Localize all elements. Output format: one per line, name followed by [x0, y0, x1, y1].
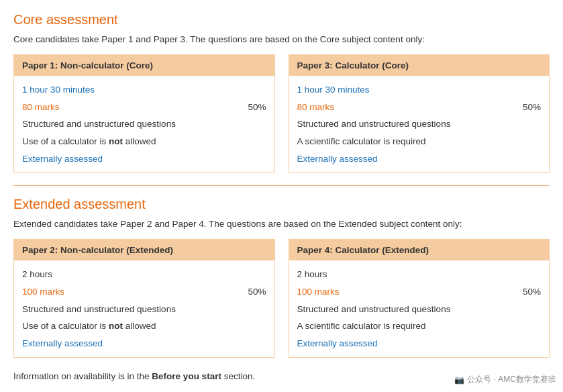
paper4-qtype: Structured and unstructured questions: [297, 302, 451, 317]
paper4-calculator-row: A scientific calculator is required: [297, 319, 542, 334]
paper2-duration: 2 hours: [22, 267, 52, 282]
paper1-card: Paper 1: Non-calculator (Core) 1 hour 30…: [13, 54, 275, 173]
paper2-assessment-row: Externally assessed: [22, 336, 266, 351]
paper3-qtype-row: Structured and unstructured questions: [297, 117, 542, 132]
paper4-assessment: Externally assessed: [297, 336, 378, 351]
paper3-percent: 50%: [523, 102, 541, 112]
footer-text-after: section.: [221, 371, 255, 381]
paper2-percent: 50%: [248, 287, 266, 297]
paper4-duration: 2 hours: [297, 267, 327, 282]
paper2-assessment: Externally assessed: [22, 336, 103, 351]
watermark: 📷 公众号 · AMC数学竞赛班: [454, 374, 556, 385]
paper4-duration-row: 2 hours: [297, 267, 542, 282]
core-papers-grid: Paper 1: Non-calculator (Core) 1 hour 30…: [13, 54, 550, 173]
paper4-body: 2 hours 100 marks 50% Structured and uns…: [289, 260, 550, 357]
paper1-body: 1 hour 30 minutes 80 marks 50% Structure…: [14, 76, 274, 173]
paper3-assessment: Externally assessed: [297, 152, 378, 166]
paper2-qtype: Structured and unstructured questions: [22, 302, 176, 317]
paper1-header: Paper 1: Non-calculator (Core): [14, 55, 274, 76]
paper4-marks: 100 marks: [297, 285, 340, 299]
paper2-calculator: Use of a calculator is not allowed: [22, 319, 156, 334]
core-intro: Core candidates take Paper 1 and Paper 3…: [13, 33, 550, 46]
paper3-qtype: Structured and unstructured questions: [297, 117, 451, 132]
extended-papers-grid: Paper 2: Non-calculator (Extended) 2 hou…: [13, 239, 550, 358]
paper4-card: Paper 4: Calculator (Extended) 2 hours 1…: [289, 239, 550, 358]
paper1-qtype-row: Structured and unstructured questions: [22, 117, 266, 132]
paper1-marks: 80 marks: [22, 100, 60, 115]
paper1-duration: 1 hour 30 minutes: [22, 83, 95, 97]
paper3-calculator-row: A scientific calculator is required: [297, 134, 542, 149]
paper3-marks: 80 marks: [297, 100, 335, 115]
paper3-card: Paper 3: Calculator (Core) 1 hour 30 min…: [289, 54, 550, 173]
paper1-marks-row: 80 marks 50%: [22, 100, 266, 115]
paper2-duration-row: 2 hours: [22, 267, 266, 282]
paper2-marks-row: 100 marks 50%: [22, 285, 266, 299]
paper3-duration: 1 hour 30 minutes: [297, 83, 370, 97]
paper1-percent: 50%: [248, 102, 266, 112]
paper2-qtype-row: Structured and unstructured questions: [22, 302, 266, 317]
paper2-marks: 100 marks: [22, 285, 64, 299]
extended-section-title: Extended assessment: [13, 197, 550, 212]
paper3-body: 1 hour 30 minutes 80 marks 50% Structure…: [289, 76, 550, 173]
paper3-header: Paper 3: Calculator (Core): [289, 55, 550, 76]
paper4-calculator: A scientific calculator is required: [297, 319, 426, 334]
paper3-assessment-row: Externally assessed: [297, 152, 542, 166]
paper2-card: Paper 2: Non-calculator (Extended) 2 hou…: [13, 239, 275, 358]
footer-link-text: Before you start: [152, 371, 221, 381]
paper4-header: Paper 4: Calculator (Extended): [289, 240, 550, 260]
paper2-body: 2 hours 100 marks 50% Structured and uns…: [14, 260, 274, 357]
watermark-text: 公众号 · AMC数学竞赛班: [467, 374, 556, 385]
paper2-header: Paper 2: Non-calculator (Extended): [14, 240, 274, 260]
paper3-duration-row: 1 hour 30 minutes: [297, 83, 542, 97]
paper4-assessment-row: Externally assessed: [297, 336, 542, 351]
footer-text-before: Information on availability is in the: [13, 371, 152, 381]
paper4-qtype-row: Structured and unstructured questions: [297, 302, 542, 317]
paper3-calculator: A scientific calculator is required: [297, 134, 426, 149]
paper1-calculator-row: Use of a calculator is not allowed: [22, 134, 266, 149]
paper3-marks-row: 80 marks 50%: [297, 100, 542, 115]
core-section-title: Core assessment: [13, 12, 550, 28]
paper4-percent: 50%: [523, 287, 541, 297]
paper1-assessment: Externally assessed: [22, 152, 103, 166]
section-divider: [13, 185, 550, 186]
paper4-marks-row: 100 marks 50%: [297, 285, 542, 299]
watermark-icon: 📷: [454, 375, 464, 385]
extended-intro: Extended candidates take Paper 2 and Pap…: [13, 217, 550, 231]
paper1-calculator: Use of a calculator is not allowed: [22, 134, 156, 149]
paper1-duration-row: 1 hour 30 minutes: [22, 83, 266, 97]
paper1-assessment-row: Externally assessed: [22, 152, 266, 166]
paper1-qtype: Structured and unstructured questions: [22, 117, 176, 132]
paper2-calculator-row: Use of a calculator is not allowed: [22, 319, 266, 334]
